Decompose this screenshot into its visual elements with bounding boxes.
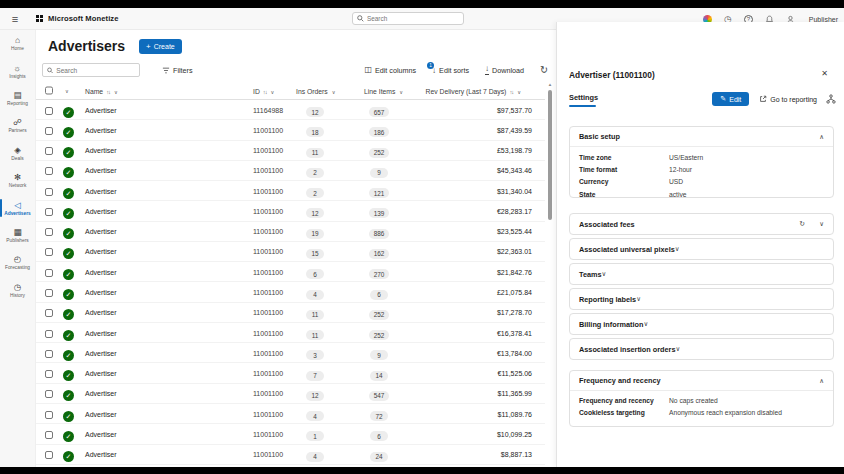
accordion-section[interactable]: Reporting labels ↻ ∨: [569, 288, 834, 310]
sidebar-item[interactable]: ◁ Advertisers: [0, 194, 35, 221]
table-row[interactable]: ✓ Advertiser 11001100 2 121 $31,340.04: [36, 181, 545, 201]
sidebar-item[interactable]: ◷ History: [0, 277, 35, 304]
accordion-section[interactable]: Associated universal pixels ↻ ∨: [569, 238, 834, 260]
close-icon[interactable]: ✕: [821, 69, 828, 78]
advertiser-name[interactable]: Advertiser: [85, 410, 117, 417]
row-checkbox[interactable]: [45, 107, 53, 115]
chevron-up-icon[interactable]: ∧: [819, 133, 824, 141]
row-checkbox[interactable]: [45, 167, 53, 175]
row-checkbox[interactable]: [45, 350, 53, 358]
advertiser-name[interactable]: Advertiser: [85, 126, 117, 133]
table-search[interactable]: [42, 63, 140, 77]
row-checkbox[interactable]: [45, 431, 53, 439]
table-row[interactable]: ✓ Advertiser 11001100 6 270 $21,842.76: [36, 262, 545, 282]
advertiser-name[interactable]: Advertiser: [85, 106, 117, 113]
column-header-name[interactable]: Name↑↓∨: [85, 87, 118, 94]
row-checkbox[interactable]: [45, 451, 53, 459]
sidebar-item[interactable]: ◴ Forecasting: [0, 249, 35, 276]
row-checkbox[interactable]: [45, 127, 53, 135]
advertiser-name[interactable]: Advertiser: [85, 228, 117, 235]
table-row[interactable]: ✓ Advertiser 11001100 4 24 $8,887.13: [36, 445, 545, 465]
advertiser-name[interactable]: Advertiser: [85, 147, 117, 154]
table-row[interactable]: ✓ Advertiser 11001100 1 6 $10,099.25: [36, 424, 545, 444]
chevron-down-icon[interactable]: ∨: [636, 295, 641, 303]
column-header-rev-delivery[interactable]: Rev Delivery (Last 7 Days)↑↓∨: [426, 87, 521, 94]
advertiser-name[interactable]: Advertiser: [85, 329, 117, 336]
download-button[interactable]: ↓ Download: [485, 65, 524, 75]
advertiser-name[interactable]: Advertiser: [85, 268, 117, 275]
table-row[interactable]: ✓ Advertiser 11001100 15 162 $22,363.01: [36, 242, 545, 262]
row-checkbox[interactable]: [45, 147, 53, 155]
hamburger-menu-icon[interactable]: ≡: [0, 13, 30, 25]
org-hierarchy-icon[interactable]: [826, 94, 836, 104]
table-row[interactable]: ✓ Advertiser 11001100 7 14 €11,525.06: [36, 363, 545, 383]
chevron-down-icon[interactable]: ∨: [643, 320, 648, 328]
create-button[interactable]: + Create: [139, 39, 182, 54]
row-checkbox[interactable]: [45, 370, 53, 378]
row-checkbox[interactable]: [45, 188, 53, 196]
chevron-down-icon[interactable]: ∨: [676, 345, 681, 353]
sidebar-item[interactable]: ▦ Publishers: [0, 222, 35, 249]
filters-button[interactable]: Filters: [162, 66, 193, 75]
global-search[interactable]: [352, 12, 464, 25]
accordion-section[interactable]: Billing information ↻ ∨: [569, 313, 834, 335]
refresh-icon[interactable]: ↻: [540, 65, 548, 75]
chevron-down-icon[interactable]: ∨: [602, 270, 607, 278]
sidebar-item[interactable]: ☼ Insights: [0, 57, 35, 84]
table-row[interactable]: ✓ Advertiser 11001100 12 547 $11,365.99: [36, 384, 545, 404]
table-row[interactable]: ✓ Advertiser 11001100 11 252 €16,378.41: [36, 323, 545, 343]
table-row[interactable]: ✓ Advertiser 11001100 2 9 $45,343.46: [36, 161, 545, 181]
advertiser-name[interactable]: Advertiser: [85, 187, 117, 194]
select-all-checkbox[interactable]: [45, 86, 53, 94]
accordion-section[interactable]: Associated insertion orders ↻ ∨: [569, 338, 834, 360]
accordion-section[interactable]: Teams ↻ ∨: [569, 263, 834, 285]
go-to-reporting-link[interactable]: Go to reporting: [759, 95, 817, 103]
table-row[interactable]: ✓ Advertiser 11001100 11 252 £53,198.79: [36, 141, 545, 161]
accordion-section[interactable]: Associated fees ↻ ∨: [569, 213, 834, 235]
table-row[interactable]: ✓ Advertiser 11001100 11 252 $17,278.70: [36, 303, 545, 323]
advertiser-name[interactable]: Advertiser: [85, 167, 117, 174]
table-row[interactable]: ✓ Advertiser 11001100 18 186 $87,439.59: [36, 120, 545, 140]
select-menu-chevron-icon[interactable]: ∨: [65, 88, 69, 94]
sidebar-item[interactable]: ✻ Network: [0, 167, 35, 194]
scroll-up-arrow-icon[interactable]: ▲: [547, 82, 553, 87]
chevron-down-icon[interactable]: ∨: [819, 220, 824, 228]
advertiser-name[interactable]: Advertiser: [85, 349, 117, 356]
column-header-line-items[interactable]: Line Items∨: [364, 87, 403, 94]
row-checkbox[interactable]: [45, 248, 53, 256]
refresh-icon[interactable]: ↻: [799, 220, 805, 228]
row-checkbox[interactable]: [45, 309, 53, 317]
global-search-input[interactable]: [367, 15, 459, 22]
sidebar-item[interactable]: ⌂ Home: [0, 30, 35, 57]
column-header-ins-orders[interactable]: Ins Orders∨: [296, 87, 336, 94]
advertiser-name[interactable]: Advertiser: [85, 430, 117, 437]
advertiser-name[interactable]: Advertiser: [85, 309, 117, 316]
table-row[interactable]: ✓ Advertiser 11001100 4 72 $11,089.76: [36, 404, 545, 424]
row-checkbox[interactable]: [45, 390, 53, 398]
row-checkbox[interactable]: [45, 411, 53, 419]
scrollbar-thumb[interactable]: [548, 90, 552, 220]
column-header-id[interactable]: ID↑↓∨: [253, 87, 274, 94]
table-row[interactable]: ✓ Advertiser 11164988 12 657 $97,537.70: [36, 100, 545, 120]
edit-button[interactable]: ✎ Edit: [712, 92, 749, 106]
table-row[interactable]: ✓ Advertiser 11001100 19 886 $23,525.44: [36, 222, 545, 242]
table-search-input[interactable]: [56, 67, 135, 74]
row-checkbox[interactable]: [45, 228, 53, 236]
table-row[interactable]: ✓ Advertiser 11001100 4 6 £21,075.84: [36, 282, 545, 302]
frequency-recency-header[interactable]: Frequency and recency ∧: [570, 371, 833, 391]
row-checkbox[interactable]: [45, 208, 53, 216]
row-checkbox[interactable]: [45, 289, 53, 297]
edit-columns-button[interactable]: ◫ Edit columns: [364, 66, 416, 75]
table-row[interactable]: ✓ Advertiser 11001100 3 9 €13,784.00: [36, 343, 545, 363]
sidebar-item[interactable]: ☍ Partners: [0, 112, 35, 139]
table-scrollbar[interactable]: ▲: [547, 82, 553, 465]
row-checkbox[interactable]: [45, 269, 53, 277]
advertiser-name[interactable]: Advertiser: [85, 370, 117, 377]
chevron-down-icon[interactable]: ∨: [675, 245, 680, 253]
tab-settings[interactable]: Settings: [569, 93, 598, 105]
sidebar-item[interactable]: ◈ Deals: [0, 140, 35, 167]
chevron-up-icon[interactable]: ∧: [819, 377, 824, 385]
advertiser-name[interactable]: Advertiser: [85, 207, 117, 214]
basic-setup-header[interactable]: Basic setup ∧: [570, 127, 833, 147]
row-checkbox[interactable]: [45, 330, 53, 338]
